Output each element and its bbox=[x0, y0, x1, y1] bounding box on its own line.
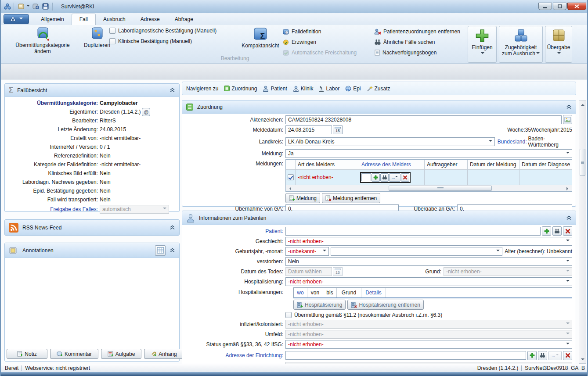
remove-hospitalisierung-button[interactable]: Hospitalisierung entfernen bbox=[347, 300, 423, 310]
search-address-button[interactable] bbox=[380, 173, 389, 182]
remove-meldung-button[interactable]: Meldung entfernen bbox=[322, 193, 380, 203]
meldung-select[interactable]: Ja bbox=[285, 149, 572, 158]
checkbox-klinische[interactable]: Klinische Bestätigung (Manuell) bbox=[109, 38, 192, 44]
col-details[interactable]: Details bbox=[361, 288, 386, 297]
p11-checkbox[interactable] bbox=[285, 312, 292, 318]
col-wo[interactable]: wo bbox=[294, 288, 307, 297]
todesdatum-input[interactable]: Datum wählen bbox=[285, 267, 332, 276]
ribbon-tab-fall[interactable]: Fall bbox=[72, 14, 96, 25]
geburtsmonat-select[interactable] bbox=[331, 247, 502, 256]
nav-link-epi[interactable]: Epi bbox=[345, 86, 361, 92]
app-menu-button[interactable] bbox=[4, 14, 29, 24]
zuordnung-header[interactable]: Zuordnung bbox=[182, 100, 576, 114]
anhang-button[interactable]: Anhang bbox=[144, 349, 184, 359]
calendar-button[interactable]: 15 bbox=[333, 125, 343, 134]
ribbon-tab-abfrage[interactable]: Abfrage bbox=[167, 14, 201, 25]
main-vertical-scrollbar[interactable] bbox=[579, 100, 586, 364]
ribbon-tab-ausbruch[interactable]: Ausbruch bbox=[96, 14, 133, 25]
email-owner-button[interactable]: @ bbox=[142, 108, 150, 116]
add-hospitalisierung-button[interactable]: Hospitalisierung bbox=[293, 300, 346, 310]
col-datum-meldung[interactable]: Datum der Meldung bbox=[468, 160, 519, 169]
compact-view-button[interactable]: Σ Kompaktansicht bbox=[238, 26, 283, 49]
falluebersicht-header[interactable]: Σ Fallübersicht bbox=[5, 84, 179, 97]
more-options-button[interactable]: ... bbox=[389, 173, 400, 182]
col-auftraggeber[interactable]: Auftraggeber bbox=[425, 160, 468, 169]
ribbon-tab-adresse[interactable]: Adresse bbox=[133, 14, 167, 25]
add-patient-button[interactable] bbox=[542, 226, 551, 236]
col-bis[interactable]: bis bbox=[323, 288, 337, 297]
adresse-des-melders-cell[interactable]: ... bbox=[359, 170, 425, 185]
verstorben-select[interactable]: Nein bbox=[285, 257, 572, 266]
annotation-grid-button[interactable] bbox=[155, 245, 166, 256]
col-adresse-des-melders[interactable]: Adresse des Melders bbox=[359, 160, 425, 169]
delete-einrichtung-button[interactable] bbox=[563, 351, 572, 360]
collapse-icon[interactable] bbox=[170, 248, 175, 253]
close-button[interactable] bbox=[567, 3, 586, 10]
art-des-melders-cell[interactable]: -nicht erhoben- bbox=[296, 170, 359, 185]
delete-address-button[interactable] bbox=[401, 173, 409, 182]
collapse-icon[interactable] bbox=[170, 225, 175, 230]
aktenzeichen-input[interactable]: CAM20150824-232028008 bbox=[285, 115, 562, 124]
collapse-icon[interactable] bbox=[566, 104, 572, 109]
add-meldung-button[interactable]: Meldung bbox=[285, 193, 320, 203]
scroll-down-button[interactable] bbox=[580, 356, 585, 363]
col-grund[interactable]: Grund bbox=[337, 288, 361, 297]
scroll-up-button[interactable] bbox=[580, 101, 585, 107]
save-button[interactable] bbox=[41, 3, 50, 10]
menu-item-falldefinition[interactable]: i Falldefinition bbox=[283, 28, 321, 36]
geburtsjahr-select[interactable]: -unbekannt- bbox=[285, 247, 329, 256]
checkbox-icon[interactable] bbox=[109, 28, 115, 34]
nav-link-zuordnung[interactable]: Zuordnung bbox=[224, 86, 257, 92]
infiziert-select[interactable]: -nicht erhoben- bbox=[285, 320, 572, 329]
menu-item-aehnliche-faelle[interactable]: Ähnliche Fälle suchen bbox=[374, 38, 435, 46]
menu-item-patientenzuordnungen[interactable]: Patientenzuordnungen entfernen bbox=[374, 28, 460, 36]
col-von[interactable]: von bbox=[307, 288, 323, 297]
checkbox-icon[interactable] bbox=[109, 38, 115, 44]
nav-link-labor[interactable]: Labor bbox=[319, 86, 339, 92]
col-datum-diagnose[interactable]: Datum der Diagnose bbox=[519, 160, 570, 169]
row-selector-header[interactable] bbox=[286, 160, 296, 169]
row-checkbox[interactable] bbox=[288, 174, 294, 180]
vscroll-thumb[interactable] bbox=[580, 149, 585, 176]
datum-diagnose-cell[interactable] bbox=[519, 170, 570, 185]
datum-meldung-cell[interactable] bbox=[468, 170, 519, 185]
ribbon-tab-allgemein[interactable]: Allgemein bbox=[33, 14, 72, 25]
outbreak-membership-button[interactable]: Zugehörigkeit zum Ausbruch bbox=[499, 26, 543, 63]
annotationen-header[interactable]: Annotationen bbox=[5, 243, 179, 258]
freigabe-select[interactable]: automatisch bbox=[100, 205, 169, 214]
checkbox-labordiagnostische[interactable]: Labordiagnostische Bestätigung (Manuell) bbox=[109, 28, 216, 34]
delete-patient-button[interactable] bbox=[563, 226, 572, 236]
insert-button[interactable]: Einfügen bbox=[468, 26, 497, 63]
auftraggeber-cell[interactable] bbox=[425, 170, 468, 185]
nav-link-klinik[interactable]: Klinik bbox=[293, 86, 314, 92]
aufgabe-button[interactable]: Aufgabe bbox=[101, 349, 141, 359]
minimize-button[interactable] bbox=[538, 3, 552, 10]
nav-link-zusatz[interactable]: Zusatz bbox=[367, 86, 390, 92]
nav-link-patient[interactable]: Patient bbox=[263, 86, 287, 92]
add-einrichtung-button[interactable] bbox=[527, 351, 537, 360]
umfeld-select[interactable]: -nicht erhoben- bbox=[285, 330, 572, 339]
new-case-button[interactable] bbox=[16, 3, 31, 10]
landkreis-select[interactable]: LK Alb-Donau-Kreis bbox=[285, 137, 495, 146]
add-address-button[interactable] bbox=[372, 173, 380, 182]
meldedatum-input[interactable]: 24.08.2015 bbox=[285, 125, 332, 134]
melder-address-input[interactable] bbox=[361, 173, 371, 181]
search-einrichtung-button[interactable] bbox=[538, 351, 547, 360]
hospitalisierung-select[interactable]: -nicht erhoben- bbox=[285, 277, 572, 286]
notiz-button[interactable]: Notiz bbox=[7, 349, 47, 359]
collapse-icon[interactable] bbox=[566, 215, 572, 220]
kommentar-button[interactable]: Kommentar bbox=[50, 349, 98, 359]
menu-item-erzwingen[interactable]: Erzwingen bbox=[283, 38, 316, 46]
meldung-table-row[interactable]: -nicht erhoben- ... bbox=[286, 170, 572, 185]
einrichtung-adresse-input[interactable] bbox=[285, 351, 526, 360]
export-case-button[interactable] bbox=[31, 3, 41, 10]
status-ifsg-select[interactable]: -nicht erhoben- bbox=[285, 340, 572, 349]
col-art-des-melders[interactable]: Art des Melders bbox=[296, 160, 359, 169]
maximize-button[interactable] bbox=[553, 3, 566, 10]
collapse-icon[interactable] bbox=[170, 88, 175, 93]
image-button[interactable] bbox=[563, 115, 572, 124]
rss-header[interactable]: RSS News-Feed bbox=[5, 220, 179, 235]
search-patient-button[interactable] bbox=[552, 226, 562, 236]
hscroll-thumb[interactable] bbox=[389, 186, 491, 191]
grund-select[interactable]: -nicht erhoben- bbox=[444, 267, 572, 276]
